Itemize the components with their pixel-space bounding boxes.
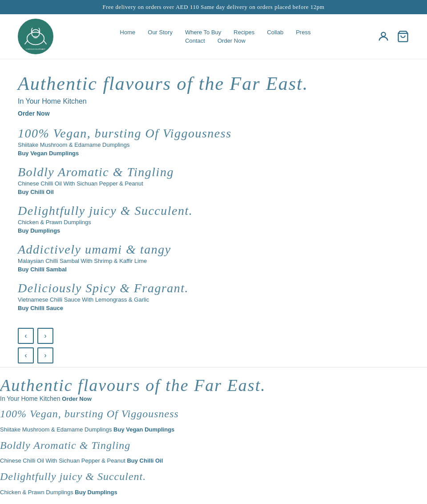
nav-contact[interactable]: Contact: [185, 37, 205, 44]
product-cta-4[interactable]: Buy Chilli Sauce: [18, 305, 63, 311]
compact-row-2: Delightfully juicy & Succulent. Chicken …: [0, 467, 427, 498]
svg-point-5: [33, 36, 38, 39]
announcement-bar: Free delivery on orders over AED 110 Sam…: [0, 0, 427, 14]
nav-order-now[interactable]: Order Now: [218, 37, 246, 44]
hero-section: Authentic flavours of the Far East. In Y…: [0, 59, 427, 122]
compact-desc-0: Shiitake Mushroom & Edamame Dumplings: [0, 426, 112, 433]
site-header: CURIOUS ELEPHANT Home Our Story Where To…: [0, 14, 427, 59]
compact-title-3: Addictively umami & tangy: [0, 502, 128, 504]
cart-icon[interactable]: [397, 30, 409, 43]
logo-wrap[interactable]: CURIOUS ELEPHANT: [18, 19, 53, 54]
hero2-subtitle-text: In Your Home Kitchen: [0, 395, 60, 402]
product-cta-3[interactable]: Buy Chilli Sambal: [18, 266, 67, 273]
carousel-next-btn-1[interactable]: ›: [37, 328, 53, 344]
hero2-title: Authentic flavours of the Far East.: [0, 375, 427, 395]
product-desc-1: Chinese Chilli Oil With Sichuan Pepper &…: [18, 180, 409, 187]
product-title-0: 100% Vegan, bursting Of Viggousness: [18, 126, 409, 141]
nav-row-1: Home Our Story Where To Buy Recipes Coll…: [120, 29, 311, 36]
compact-row-3: Addictively umami & tangy Malaysian Chil…: [0, 498, 427, 504]
compact-cta-1[interactable]: Buy Chilli Oil: [127, 457, 163, 464]
hero2-section: Authentic flavours of the Far East. In Y…: [0, 371, 427, 404]
compact-title-2: Delightfully juicy & Succulent.: [0, 471, 146, 482]
product-title-4: Deliciously Spicy & Fragrant.: [18, 281, 409, 295]
svg-point-7: [381, 32, 385, 36]
product-title-1: Boldly Aromatic & Tingling: [18, 165, 409, 179]
account-icon[interactable]: [377, 30, 390, 43]
compact-cta-0[interactable]: Buy Vegan Dumplings: [113, 426, 174, 433]
compact-row-0: 100% Vegan, bursting Of Viggousness Shii…: [0, 404, 427, 435]
hero-title: Authentic flavours of the Far East.: [18, 73, 409, 95]
hero-subtitle: In Your Home Kitchen: [18, 97, 409, 105]
header-icons: [377, 30, 409, 43]
product-cta-1[interactable]: Buy Chilli Oil: [18, 189, 54, 195]
product-card-1: Boldly Aromatic & Tingling Chinese Chill…: [18, 165, 409, 196]
products-section: 100% Vegan, bursting Of Viggousness Shii…: [0, 122, 427, 324]
product-cta-0[interactable]: Buy Vegan Dumplings: [18, 150, 79, 157]
product-card-0: 100% Vegan, bursting Of Viggousness Shii…: [18, 126, 409, 157]
carousel-prev-btn-1[interactable]: ‹: [18, 328, 34, 344]
hero-cta-button[interactable]: Order Now: [18, 110, 50, 117]
compact-listing-section: 100% Vegan, bursting Of Viggousness Shii…: [0, 404, 427, 504]
nav-where-to-buy[interactable]: Where To Buy: [185, 29, 221, 36]
compact-cta-2[interactable]: Buy Dumplings: [75, 489, 117, 496]
nav-home[interactable]: Home: [120, 29, 136, 36]
compact-desc-2: Chicken & Prawn Dumplings: [0, 489, 73, 496]
svg-text:CURIOUS ELEPHANT: CURIOUS ELEPHANT: [26, 48, 46, 50]
carousel-prev-btn-2[interactable]: ‹: [18, 347, 34, 363]
product-desc-3: Malaysian Chilli Sambal With Shrimp & Ka…: [18, 258, 409, 264]
nav-press[interactable]: Press: [296, 29, 310, 36]
product-title-2: Delightfully juicy & Succulent.: [18, 204, 409, 218]
product-cta-2[interactable]: Buy Dumplings: [18, 227, 60, 234]
compact-row-1: Boldly Aromatic & Tingling Chinese Chill…: [0, 435, 427, 467]
carousel-next-btn-2[interactable]: ›: [37, 347, 53, 363]
product-title-3: Addictively umami & tangy: [18, 242, 409, 257]
nav-row-2: Contact Order Now: [185, 37, 246, 44]
compact-desc-1: Chinese Chilli Oil With Sichuan Pepper &…: [0, 457, 125, 464]
logo-svg: CURIOUS ELEPHANT: [20, 21, 51, 52]
product-desc-4: Vietnamese Chilli Sauce With Lemongrass …: [18, 296, 409, 303]
announcement-text: Free delivery on orders over AED 110 Sam…: [103, 4, 325, 10]
nav-recipes[interactable]: Recipes: [234, 29, 254, 36]
nav-collab[interactable]: Collab: [267, 29, 283, 36]
hero2-cta[interactable]: Order Now: [62, 395, 91, 402]
carousel-controls-1: ‹ ›: [18, 328, 427, 344]
carousel-controls-2: ‹ ›: [18, 347, 427, 363]
product-card-2: Delightfully juicy & Succulent. Chicken …: [18, 204, 409, 234]
nav-our-story[interactable]: Our Story: [148, 29, 173, 36]
product-card-3: Addictively umami & tangy Malaysian Chil…: [18, 242, 409, 273]
main-nav: Home Our Story Where To Buy Recipes Coll…: [120, 29, 311, 44]
hero2-subtitle: In Your Home Kitchen Order Now: [0, 395, 427, 402]
product-desc-2: Chicken & Prawn Dumplings: [18, 219, 409, 226]
logo-circle: CURIOUS ELEPHANT: [18, 19, 53, 54]
section-divider-1: [0, 367, 427, 367]
product-card-4: Deliciously Spicy & Fragrant. Vietnamese…: [18, 281, 409, 312]
compact-title-0: 100% Vegan, bursting Of Viggousness: [0, 408, 179, 419]
product-desc-0: Shiitake Mushroom & Edamame Dumplings: [18, 141, 409, 148]
compact-title-1: Boldly Aromatic & Tingling: [0, 439, 130, 451]
